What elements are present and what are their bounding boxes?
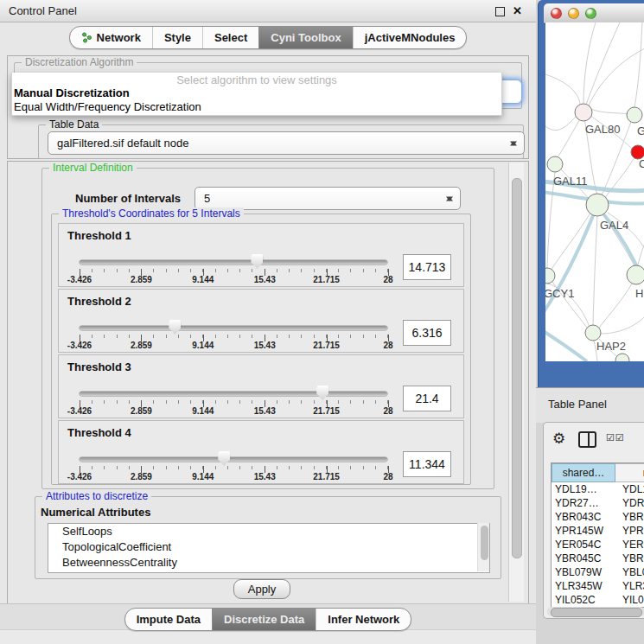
network-node[interactable] <box>586 194 609 216</box>
attributes-scrollbar[interactable] <box>477 523 489 571</box>
table-data-combo[interactable]: galFiltered.sif default node <box>48 131 525 155</box>
column-header-name[interactable]: na <box>615 463 644 482</box>
network-node[interactable] <box>627 107 642 123</box>
network-node[interactable] <box>615 354 629 361</box>
slider-thumb-icon[interactable] <box>169 320 181 335</box>
node-label: GAL11 <box>553 175 588 188</box>
table-row[interactable]: YER054CYER0 <box>552 538 644 552</box>
node-label: H <box>635 287 643 300</box>
cell-shared-name: YBR043C <box>552 510 615 524</box>
bottom-tabs: Impute DataDiscretize DataInfer Network <box>124 608 412 631</box>
table-row[interactable]: YIL052CYIL0 <box>552 593 644 607</box>
network-edge <box>590 109 628 114</box>
threshold-slider[interactable]: -3.4262.8599.14415.4321.71528 <box>80 355 387 418</box>
network-node[interactable] <box>585 325 601 341</box>
checkbox-icons[interactable]: ☑☑ <box>606 432 625 443</box>
cell-name: YER0 <box>615 538 644 552</box>
threshold-slider[interactable]: -3.4262.8599.14415.4321.71528 <box>80 421 387 483</box>
threshold-value-field[interactable]: 21.4 <box>403 386 451 411</box>
control-panel-titlebar: Control Panel ✕ <box>0 0 536 22</box>
tick-label: 15.43 <box>254 472 276 481</box>
node-table: shared… na YDL19…YDL1YDR27…YDR2YBR043CYB… <box>551 462 644 608</box>
column-header-shared-name[interactable]: shared… <box>552 463 615 482</box>
tick-label: 2.859 <box>131 341 152 350</box>
panel-scroll-thumb[interactable] <box>512 178 522 558</box>
panel-vertical-scrollbar[interactable] <box>508 163 524 602</box>
tick-label: 15.43 <box>254 341 276 350</box>
network-edge <box>545 330 587 361</box>
close-traffic-light-icon[interactable] <box>551 8 562 19</box>
cell-shared-name: YER054C <box>552 538 615 552</box>
tab-jactivemnodules[interactable]: jActiveMNodules <box>353 27 467 48</box>
slider-thumb-icon[interactable] <box>316 386 328 400</box>
numerical-attributes-label: Numerical Attributes <box>41 506 150 519</box>
table-row[interactable]: YBR045CYBR0 <box>552 552 644 565</box>
threshold-slider[interactable]: -3.4262.8599.14415.4321.71528 <box>80 290 387 352</box>
network-node[interactable] <box>627 265 644 284</box>
tick-label: 2.859 <box>131 472 152 481</box>
tab-label: Select <box>214 31 247 44</box>
network-canvas[interactable]: GAL80GACGAL11GAL4GCY1HHAP2 <box>545 22 644 361</box>
slider-track <box>80 392 387 396</box>
node-label: GAL4 <box>600 219 628 232</box>
cell-shared-name: YIL052C <box>552 593 615 607</box>
table-panel: ⚙ ☑☑ shared… na YDL19…YDL1YDR27…YDR2YBR0… <box>543 422 644 619</box>
tab-select[interactable]: Select <box>202 27 258 48</box>
interval-definition-label: Interval Definition <box>49 162 137 174</box>
tab-label: Cyni Toolbox <box>271 31 341 44</box>
control-panel: Control Panel ✕ NetworkStyleSelectCyni T… <box>0 0 536 644</box>
tab-label: Discretize Data <box>224 613 304 626</box>
table-row[interactable]: YDR27…YDR2 <box>552 496 644 510</box>
num-intervals-combo[interactable]: 5 <box>194 187 461 210</box>
table-row[interactable]: YDL19…YDL1 <box>552 482 644 496</box>
threshold-value-field[interactable]: 11.344 <box>403 451 451 477</box>
network-edge <box>593 216 597 325</box>
network-node[interactable] <box>575 104 592 121</box>
zoom-traffic-light-icon[interactable] <box>585 8 596 19</box>
network-window-titlebar <box>544 3 644 23</box>
tab-style[interactable]: Style <box>152 27 202 48</box>
table-data-group: Table Data galFiltered.sif default node <box>38 124 524 159</box>
slider-thumb-icon[interactable] <box>251 254 263 269</box>
threshold-card: Threshold 4-3.4262.8599.14415.4321.71528… <box>58 420 464 484</box>
threshold-value-field[interactable]: 6.316 <box>403 320 451 346</box>
tick-label: 28 <box>383 275 392 284</box>
tab-network[interactable]: Network <box>70 27 152 48</box>
gear-icon[interactable]: ⚙ <box>552 430 565 448</box>
table-row[interactable]: YBR043CYBR0 <box>552 510 644 524</box>
attribute-item[interactable]: TopologicalCoefficient <box>48 539 489 555</box>
network-node[interactable] <box>547 156 563 172</box>
close-icon[interactable]: ✕ <box>513 3 522 19</box>
table-row[interactable]: YLR345WYLR3 <box>552 579 644 593</box>
tab-impute-data[interactable]: Impute Data <box>125 609 212 630</box>
tab-discretize-data[interactable]: Discretize Data <box>212 609 316 630</box>
cell-shared-name: YDR27… <box>552 496 615 510</box>
cell-shared-name: YDL19… <box>552 482 615 496</box>
threshold-slider[interactable]: -3.4262.8599.14415.4321.71528 <box>80 224 387 286</box>
table-row[interactable]: YBL079WYBL0 <box>552 565 644 579</box>
attributes-scroll-thumb[interactable] <box>481 526 488 560</box>
table-hscroll-thumb[interactable] <box>551 608 642 617</box>
network-node[interactable] <box>545 268 555 284</box>
dropdown-option-manual[interactable]: Manual Discretization <box>12 86 501 100</box>
attribute-item[interactable]: SelfLoops <box>48 524 489 539</box>
table-panel-title: Table Panel <box>548 398 607 411</box>
node-label: HAP2 <box>596 340 626 353</box>
spinner-arrows-icon <box>510 137 518 149</box>
threshold-value-field[interactable]: 14.713 <box>403 254 451 280</box>
minimize-traffic-light-icon[interactable] <box>568 8 579 19</box>
attribute-item[interactable]: BetweennessCentrality <box>48 555 489 571</box>
float-window-icon[interactable] <box>495 7 505 16</box>
tab-cyni-toolbox[interactable]: Cyni Toolbox <box>258 27 352 48</box>
tab-infer-network[interactable]: Infer Network <box>316 609 411 630</box>
tick-label: 15.43 <box>254 406 276 416</box>
dropdown-option-equal-width[interactable]: Equal Width/Frequency Discretization <box>12 100 501 114</box>
apply-button[interactable]: Apply <box>233 579 290 599</box>
tick-label: 21.715 <box>313 275 340 284</box>
table-row[interactable]: YPR145WYPR1 <box>552 524 644 538</box>
spinner-arrows-icon <box>446 193 454 204</box>
column-split-icon[interactable] <box>578 431 596 448</box>
slider-thumb-icon[interactable] <box>218 451 230 466</box>
cell-name: YPR1 <box>615 524 644 538</box>
thresholds-group: Threshold's Coordinates for 5 Intervals … <box>51 214 471 485</box>
